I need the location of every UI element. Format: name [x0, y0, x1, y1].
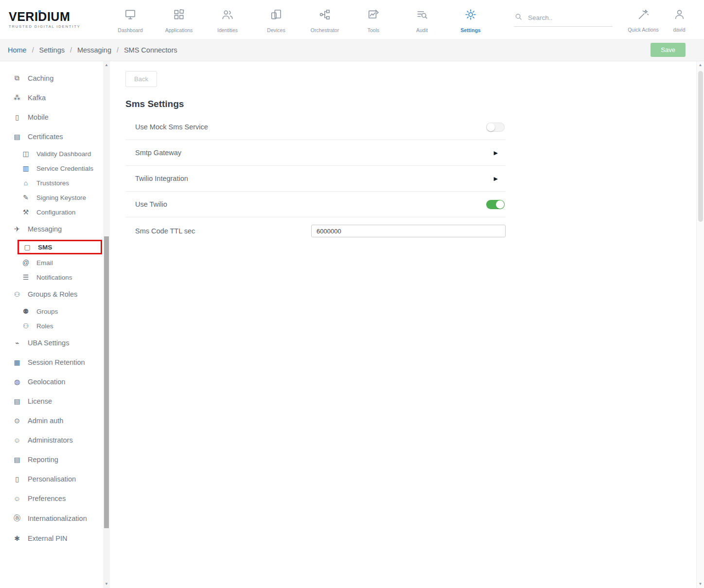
sidebar-item-label: Internationalization: [28, 515, 87, 522]
sidebar-item-uba-settings[interactable]: ⌁UBA Settings: [0, 333, 103, 353]
sidebar-item-roles[interactable]: ⚇Roles: [0, 319, 103, 333]
sidebar-item-sms[interactable]: ▢SMS: [18, 240, 102, 254]
sidebar-scroll-up-button[interactable]: ▲: [103, 61, 110, 69]
sidebar-item-internationalization[interactable]: ⓐInternationalization: [0, 508, 103, 529]
identities-icon: [221, 8, 234, 23]
admin-auth-icon: ⊙: [13, 417, 21, 425]
sidebar-scrollbar-thumb[interactable]: [104, 236, 109, 528]
expand-arrow-icon: ▶: [494, 176, 498, 182]
personalisation-icon: ▯: [13, 475, 21, 483]
sidebar-item-signing-keystore[interactable]: ✎Signing Keystore: [0, 190, 103, 205]
sidebar-item-label: License: [28, 397, 52, 405]
sidebar-item-label: Kafka: [28, 94, 46, 102]
service-credentials-icon: ▥: [21, 164, 30, 172]
search-input[interactable]: [527, 14, 605, 22]
breadcrumb-separator: /: [70, 46, 72, 54]
setting-row-smtp-gateway[interactable]: Smtp Gateway ▶: [125, 140, 506, 166]
configuration-icon: ⚒: [21, 208, 30, 216]
license-icon: ▤: [13, 397, 21, 405]
expand-arrow-icon: ▶: [494, 150, 498, 156]
page-scrollbar[interactable]: ▲ ▼: [696, 61, 704, 588]
sidebar-item-caching[interactable]: ⧉Caching: [0, 68, 103, 88]
sidebar-item-label: Mobile: [28, 113, 49, 121]
sidebar-item-configuration[interactable]: ⚒Configuration: [0, 205, 103, 219]
internationalization-icon: ⓐ: [13, 514, 21, 523]
sms-code-ttl-input[interactable]: [311, 225, 506, 237]
sidebar-item-label: Signing Keystore: [36, 194, 86, 201]
sidebar-item-groups-roles[interactable]: ⚇Groups & Roles: [0, 285, 103, 304]
sidebar-item-label: Messaging: [28, 225, 62, 233]
nav-item-settings[interactable]: Settings: [446, 6, 495, 33]
preferences-icon: ☺: [13, 495, 21, 502]
user-menu[interactable]: david: [661, 6, 697, 33]
setting-label: Smtp Gateway: [125, 149, 181, 157]
nav-item-applications[interactable]: Applications: [155, 6, 203, 33]
sidebar-item-personalisation[interactable]: ▯Personalisation: [0, 469, 103, 489]
save-button[interactable]: Save: [651, 43, 686, 57]
brand-tagline: TRUSTED DIGITAL IDENTITY: [9, 24, 102, 29]
groups-icon: ⚉: [21, 307, 30, 315]
magic-wand-icon: [637, 8, 650, 22]
brand-name: VERIDIUM: [9, 11, 102, 23]
nav-item-dashboard[interactable]: Dashboard: [106, 6, 155, 33]
quick-actions-label: Quick Actions: [628, 27, 659, 33]
nav-item-devices[interactable]: Devices: [252, 6, 300, 33]
sidebar-item-mobile[interactable]: ▯Mobile: [0, 107, 103, 127]
nav-label: Devices: [267, 27, 285, 33]
sidebar-item-label: Email: [36, 259, 53, 267]
sidebar-item-administrators[interactable]: ☺Administrators: [0, 430, 103, 450]
sidebar-item-truststores[interactable]: ⌂Truststores: [0, 176, 103, 190]
page-title: Sms Settings: [125, 99, 696, 109]
sidebar-item-messaging[interactable]: ✈Messaging: [0, 219, 103, 239]
sidebar-item-label: Admin auth: [28, 417, 63, 425]
use-mock-sms-service-toggle[interactable]: [486, 123, 505, 132]
nav-item-audit[interactable]: Audit: [398, 6, 446, 33]
search-bar: [514, 13, 613, 27]
sidebar-item-label: Notifications: [36, 274, 72, 281]
sidebar-item-groups[interactable]: ⚉Groups: [0, 304, 103, 319]
sidebar-item-label: Groups: [36, 308, 58, 315]
email-icon: @: [21, 259, 30, 267]
breadcrumb-home[interactable]: Home: [8, 46, 27, 54]
messaging-icon: ✈: [13, 225, 21, 233]
top-bar: VERIDIUM TRUSTED DIGITAL IDENTITY Dashbo…: [0, 0, 704, 39]
sidebar-item-email[interactable]: @Email: [0, 255, 103, 270]
session-retention-icon: ▦: [13, 358, 21, 366]
sidebar-item-validity-dashboard[interactable]: ◫Validity Dashboard: [0, 146, 103, 161]
sidebar-item-service-credentials[interactable]: ▥Service Credentials: [0, 161, 103, 176]
setting-row-twilio-integration[interactable]: Twilio Integration ▶: [125, 166, 506, 192]
page-scrollbar-thumb[interactable]: [698, 71, 703, 222]
nav-item-tools[interactable]: Tools: [349, 6, 398, 33]
breadcrumb-separator: /: [32, 46, 34, 54]
nav-item-identities[interactable]: Identities: [203, 6, 252, 33]
setting-label: Twilio Integration: [125, 175, 188, 182]
sidebar-scrollbar[interactable]: ▲ ▼: [103, 61, 110, 588]
settings-icon: [464, 8, 477, 23]
nav-item-orchestrator[interactable]: Orchestrator: [300, 6, 349, 33]
use-twilio-toggle[interactable]: [486, 200, 505, 209]
breadcrumb-settings[interactable]: Settings: [39, 46, 65, 54]
certificates-icon: ▤: [13, 133, 21, 141]
sidebar-item-preferences[interactable]: ☺Preferences: [0, 489, 103, 508]
sidebar-item-session-retention[interactable]: ▦Session Retention: [0, 353, 103, 372]
sidebar-scroll-down-button[interactable]: ▼: [103, 580, 110, 588]
sidebar-item-geolocation[interactable]: ◍Geolocation: [0, 372, 103, 392]
sidebar-item-notifications[interactable]: ☰Notifications: [0, 270, 103, 285]
sidebar-item-external-pin[interactable]: ✱External PIN: [0, 529, 103, 548]
nav-label: Identities: [217, 27, 238, 33]
sidebar-item-reporting[interactable]: ▤Reporting: [0, 450, 103, 469]
sidebar-item-label: Service Credentials: [36, 165, 93, 172]
sidebar-item-admin-auth[interactable]: ⊙Admin auth: [0, 411, 103, 430]
nav-label: Dashboard: [118, 27, 142, 33]
sidebar-item-certificates[interactable]: ▤Certificates: [0, 127, 103, 146]
sidebar-item-kafka[interactable]: ⁂Kafka: [0, 88, 103, 107]
page-scroll-up-button[interactable]: ▲: [697, 61, 704, 69]
sidebar-item-label: Validity Dashboard: [36, 150, 91, 158]
sidebar-item-label: SMS: [38, 244, 52, 251]
devices-icon: [270, 8, 282, 23]
quick-actions-button[interactable]: Quick Actions: [625, 6, 661, 33]
breadcrumb-messaging[interactable]: Messaging: [77, 46, 111, 54]
page-scroll-down-button[interactable]: ▼: [697, 580, 704, 588]
back-button[interactable]: Back: [125, 71, 157, 87]
sidebar-item-license[interactable]: ▤License: [0, 392, 103, 411]
